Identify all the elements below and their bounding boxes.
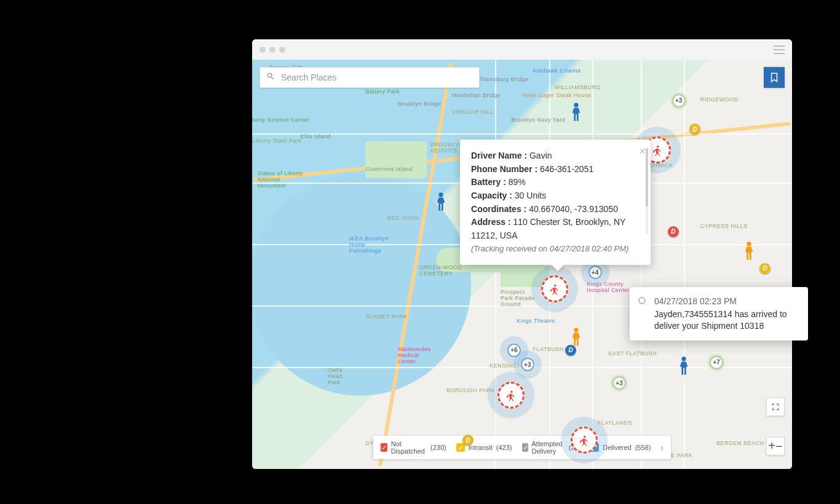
popup-value-battery: 89% (509, 177, 526, 187)
map-label: Manhattan Bridge (452, 92, 501, 98)
popup-label: Address : (471, 217, 511, 227)
map-label: Prospect Park Parade Ground (501, 289, 537, 307)
legend-count: (423) (496, 444, 512, 451)
d-badge-marker[interactable]: D (565, 345, 576, 356)
map-label: CYPRESS HILLS (700, 223, 748, 229)
popup-label: Battery : (471, 177, 506, 187)
popup-label: Capacity : (471, 191, 512, 200)
map-label: Statue of Liberty National Monument (258, 170, 307, 189)
maximize-dot[interactable] (279, 47, 285, 53)
zoom-control: + − (766, 437, 785, 455)
map-label: Maimonides Medical Center (398, 346, 435, 364)
map-label: Kings Theatre (517, 318, 555, 324)
person-marker-blue[interactable] (569, 103, 583, 124)
popup-close-icon[interactable]: × (640, 143, 646, 160)
notification-toast[interactable]: 04/27/2018 02:23 PM Jayden,7345551314 ha… (630, 287, 808, 341)
map-label: Brooklyn Bridge (398, 101, 442, 107)
zoom-out-button[interactable]: − (775, 438, 783, 455)
map-label: FLATBUSH (533, 346, 564, 352)
popup-label: Driver Name : (471, 151, 527, 160)
legend-label: Not Dispatched (391, 440, 427, 455)
search-icon (266, 72, 275, 83)
zoom-in-button[interactable]: + (768, 438, 775, 455)
minimize-dot[interactable] (269, 47, 275, 53)
checkbox-icon (381, 443, 387, 452)
titlebar (252, 39, 792, 60)
person-marker-blue[interactable] (677, 356, 691, 377)
search-input[interactable] (281, 73, 473, 82)
d-badge-marker[interactable]: D (668, 226, 679, 237)
map-label: Brooklyn Navy Yard (511, 117, 565, 123)
map-label: Battery Park (365, 89, 400, 95)
fullscreen-button[interactable] (766, 398, 785, 416)
cluster-marker[interactable]: +4 (588, 266, 602, 279)
map-label: Nitehawk Cinema (533, 68, 581, 74)
map-label: RED HOOK (387, 215, 419, 221)
map-label: SUNSET PARK (365, 313, 407, 320)
legend-label: Delivered (603, 444, 631, 451)
legend-delivered[interactable]: Delivered (558) (590, 443, 651, 452)
popup-value-phone: 646-361-2051 (540, 164, 593, 174)
popup-scrollbar[interactable] (646, 148, 648, 234)
map-label: Kings County Hospital Center (587, 281, 630, 293)
map-label: VINEGAR HILL (452, 109, 494, 115)
driver-marker[interactable] (541, 275, 568, 302)
close-dot[interactable] (260, 47, 266, 53)
legend-label: Attempted Delivery (532, 440, 565, 455)
map-label: Williamsburg Bridge (473, 76, 529, 82)
legend-not-dispatched[interactable]: Not Dispatched (230) (381, 440, 446, 455)
toast-timestamp: 04/27/2018 02:23 PM (654, 296, 797, 307)
person-marker-blue[interactable] (434, 192, 448, 213)
toast-message: Jayden,7345551314 has arrived to deliver… (654, 309, 797, 332)
legend-next-icon[interactable]: › (660, 443, 664, 452)
cluster-marker[interactable]: +3 (672, 94, 686, 108)
driver-marker[interactable] (497, 382, 525, 409)
map-label: BOROUGH PARK (446, 387, 495, 393)
toast-status-icon (638, 297, 646, 304)
browser-window: New York Jersey City Liberty Science Cen… (252, 39, 792, 469)
popup-value-coords: 40.667040, -73.913050 (529, 204, 618, 214)
person-marker-orange[interactable] (742, 242, 756, 262)
map-label: RIDGEWOOD (700, 96, 739, 103)
driver-info-popup: × Driver Name : Gavin Phone Number : 646… (460, 140, 651, 265)
map-label: Liberty Science Center (252, 117, 309, 123)
cluster-marker[interactable]: +3 (612, 376, 626, 390)
popup-label: Coordinates : (471, 204, 526, 214)
popup-value-capacity: 30 Units (515, 191, 546, 200)
cluster-marker[interactable]: +7 (710, 356, 723, 369)
d-badge-marker[interactable]: D (759, 263, 771, 274)
map-canvas[interactable]: New York Jersey City Liberty Science Cen… (252, 60, 792, 469)
popup-tracking-note: (Tracking received on 04/27/2018 02:40 P… (471, 243, 638, 255)
legend-count: (230) (430, 444, 446, 451)
map-label: FLATLANDS (598, 420, 632, 426)
window-controls (260, 47, 285, 53)
cluster-marker[interactable]: +3 (521, 358, 534, 371)
map-layers-button[interactable] (764, 67, 785, 88)
driver-marker[interactable] (571, 427, 598, 454)
search-box (260, 67, 480, 88)
d-badge-marker[interactable]: D (462, 435, 473, 446)
map-label: Governors Island (365, 166, 413, 172)
d-badge-marker[interactable]: D (689, 124, 700, 135)
popup-label: Phone Number : (471, 164, 537, 174)
hamburger-menu-icon[interactable] (774, 45, 785, 54)
map-label: Owl's Head Park (328, 367, 352, 385)
map-label: IKEA Brooklyn Home Furnishings (349, 235, 392, 254)
map-label: Ellis Island (301, 133, 331, 140)
cluster-marker[interactable]: +6 (507, 344, 521, 357)
map-label: EAST FLATBUSH (608, 350, 657, 356)
map-label: Peter Luger Steak House (522, 92, 592, 98)
map-label: WILLIAMSBURG (555, 84, 601, 90)
status-legend: Not Dispatched (230) Intransit (423) Att… (373, 436, 671, 459)
map-label: Liberty State Park (252, 138, 302, 144)
popup-value-driver: Gavin (529, 151, 552, 160)
checkbox-icon (522, 443, 528, 452)
legend-count: (558) (635, 444, 651, 451)
map-label: BERGEN BEACH (716, 440, 764, 446)
map-label: GREEN-WOOD CEMETERY (419, 264, 462, 277)
